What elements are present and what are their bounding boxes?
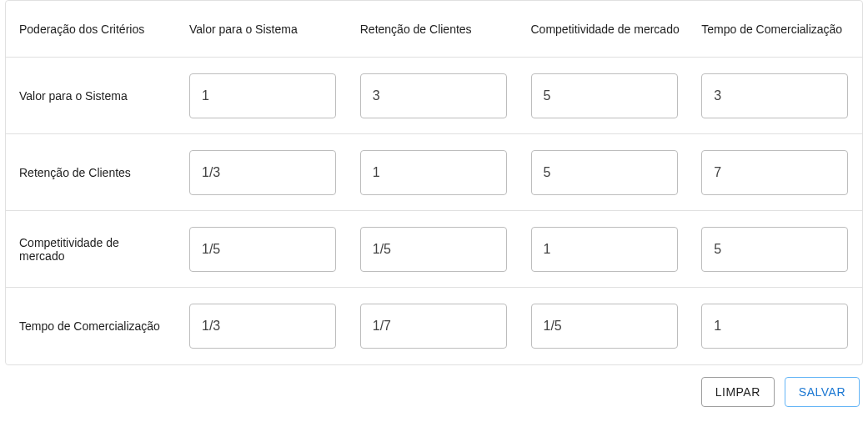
matrix-input-r1c2[interactable]	[360, 73, 507, 118]
col-header-4: Tempo de Comercialização	[691, 11, 862, 48]
matrix-input-r2c3[interactable]	[531, 150, 678, 195]
save-button[interactable]: SALVAR	[785, 377, 860, 407]
table-header-row: Poderação dos Critérios Valor para o Sis…	[6, 1, 862, 58]
matrix-input-r1c1[interactable]	[189, 73, 336, 118]
matrix-cell	[350, 138, 521, 207]
matrix-cell	[179, 138, 350, 207]
matrix-input-r3c2[interactable]	[360, 227, 507, 272]
table-row: Valor para o Sistema	[6, 58, 862, 134]
criteria-weight-table: Poderação dos Critérios Valor para o Sis…	[5, 0, 863, 365]
matrix-cell	[179, 292, 350, 360]
matrix-input-r1c4[interactable]	[701, 73, 848, 118]
matrix-cell	[350, 292, 521, 360]
table-row: Tempo de Comercialização	[6, 288, 862, 364]
matrix-cell	[179, 215, 350, 284]
col-header-3: Competitividade de mercado	[521, 11, 692, 48]
row-label: Tempo de Comercialização	[6, 308, 179, 344]
matrix-input-r4c4[interactable]	[701, 304, 848, 349]
matrix-input-r4c2[interactable]	[360, 304, 507, 349]
matrix-cell	[691, 215, 862, 284]
matrix-cell	[521, 215, 692, 284]
row-label: Competitividade de mercado	[6, 224, 179, 274]
corner-header: Poderação dos Critérios	[6, 11, 179, 48]
matrix-input-r1c3[interactable]	[531, 73, 678, 118]
matrix-input-r2c4[interactable]	[701, 150, 848, 195]
matrix-cell	[691, 292, 862, 360]
matrix-input-r2c2[interactable]	[360, 150, 507, 195]
table-row: Retenção de Clientes	[6, 134, 862, 211]
matrix-cell	[521, 138, 692, 207]
row-label: Valor para o Sistema	[6, 78, 179, 114]
matrix-cell	[179, 62, 350, 130]
matrix-cell	[350, 62, 521, 130]
col-header-2: Retenção de Clientes	[350, 11, 521, 48]
matrix-input-r3c3[interactable]	[531, 227, 678, 272]
matrix-cell	[350, 215, 521, 284]
matrix-input-r4c3[interactable]	[531, 304, 678, 349]
matrix-input-r3c1[interactable]	[189, 227, 336, 272]
matrix-cell	[521, 292, 692, 360]
matrix-cell	[691, 62, 862, 130]
table-row: Competitividade de mercado	[6, 211, 862, 288]
row-label: Retenção de Clientes	[6, 154, 179, 191]
matrix-input-r3c4[interactable]	[701, 227, 848, 272]
matrix-input-r2c1[interactable]	[189, 150, 336, 195]
col-header-1: Valor para o Sistema	[179, 11, 350, 48]
matrix-input-r4c1[interactable]	[189, 304, 336, 349]
matrix-cell	[691, 138, 862, 207]
matrix-cell	[521, 62, 692, 130]
action-bar: LIMPAR SALVAR	[0, 365, 868, 419]
clear-button[interactable]: LIMPAR	[701, 377, 775, 407]
